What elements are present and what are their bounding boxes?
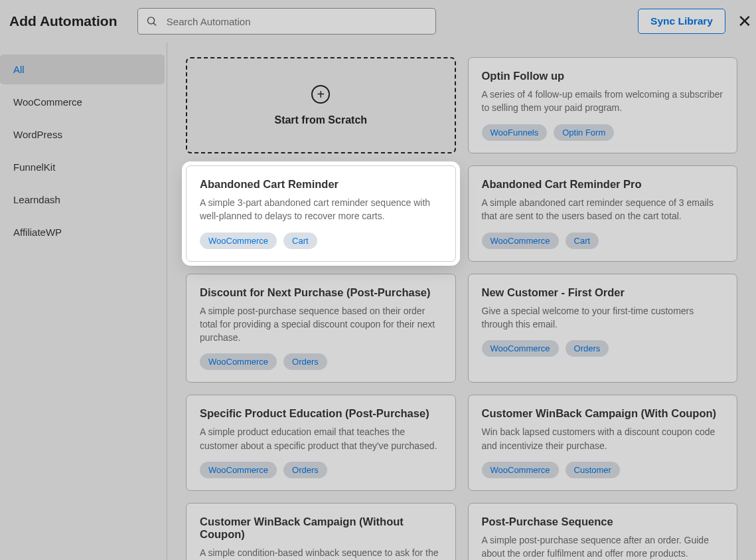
card-description: A simple condition-based winback sequenc… <box>200 546 442 560</box>
automation-card[interactable]: Discount for Next Purchase (Post-Purchas… <box>186 274 456 383</box>
tag: Orders <box>283 462 327 478</box>
sidebar-item-learndash[interactable]: Learndash <box>0 185 165 215</box>
tag: Customer <box>566 462 620 478</box>
card-title: Optin Follow up <box>482 70 724 82</box>
card-description: A simple post-purchase sequence based on… <box>200 304 442 345</box>
card-tags: WooCommerceOrders <box>200 462 442 478</box>
card-title: Abandoned Cart Reminder Pro <box>482 178 724 191</box>
tag: WooFunnels <box>482 124 548 141</box>
header: Add Automation Sync Library ✕ <box>0 0 756 43</box>
automation-card[interactable]: Abandoned Cart ReminderA simple 3-part a… <box>186 165 456 262</box>
tag: WooCommerce <box>200 462 277 478</box>
search-container[interactable] <box>137 8 436 35</box>
sidebar-item-woocommerce[interactable]: WooCommerce <box>0 87 165 117</box>
tag: WooCommerce <box>482 233 559 249</box>
card-tags: WooCommerceCart <box>482 233 724 249</box>
page-title: Add Automation <box>9 13 117 29</box>
automation-card[interactable]: Specific Product Education (Post-Purchas… <box>186 395 456 491</box>
card-description: A simple abandoned cart reminder sequenc… <box>482 196 724 223</box>
plus-icon: + <box>311 85 330 104</box>
card-description: Win back lapsed customers with a discoun… <box>482 425 724 452</box>
card-description: A series of 4 follow-up emails from welc… <box>482 88 724 115</box>
card-title: Specific Product Education (Post-Purchas… <box>200 407 442 420</box>
svg-point-0 <box>147 17 154 24</box>
tag: WooCommerce <box>200 353 277 370</box>
scratch-label: Start from Scratch <box>274 114 367 126</box>
card-title: New Customer - First Order <box>482 286 724 299</box>
sync-library-button[interactable]: Sync Library <box>638 9 725 34</box>
start-from-scratch-card[interactable]: + Start from Scratch <box>186 57 456 153</box>
automation-card[interactable]: Customer WinBack Campaign (Without Coupo… <box>186 503 456 560</box>
tag: Cart <box>283 233 317 249</box>
sidebar-item-all[interactable]: All <box>0 54 165 84</box>
card-tags: WooCommerceCustomer <box>482 462 724 478</box>
card-tags: WooCommerceOrders <box>482 340 724 357</box>
automation-card[interactable]: Abandoned Cart Reminder ProA simple aban… <box>468 165 738 262</box>
main-content: + Start from Scratch Optin Follow upA se… <box>167 43 756 560</box>
search-input[interactable] <box>157 16 427 27</box>
card-tags: WooFunnelsOptin Form <box>482 124 724 141</box>
card-title: Customer WinBack Campaign (Without Coupo… <box>200 515 442 541</box>
search-icon <box>146 15 157 27</box>
automation-card[interactable]: Optin Follow upA series of 4 follow-up e… <box>468 57 738 153</box>
sidebar: AllWooCommerceWordPressFunnelKitLearndas… <box>0 43 167 560</box>
tag: Orders <box>283 353 327 370</box>
card-title: Discount for Next Purchase (Post-Purchas… <box>200 286 442 299</box>
tag: WooCommerce <box>200 233 277 249</box>
card-description: Give a special welcome to your first-tim… <box>482 304 724 331</box>
tag: WooCommerce <box>482 462 559 478</box>
card-title: Abandoned Cart Reminder <box>200 178 442 191</box>
automation-card[interactable]: Post-Purchase SequenceA simple post-purc… <box>468 503 738 560</box>
tag: Optin Form <box>554 124 614 141</box>
svg-line-1 <box>153 23 156 26</box>
card-title: Customer WinBack Campaign (With Coupon) <box>482 407 724 420</box>
card-description: A simple 3-part abandoned cart reminder … <box>200 196 442 223</box>
card-description: A simple product education email that te… <box>200 425 442 452</box>
tag: Orders <box>566 340 609 357</box>
tag: WooCommerce <box>482 340 559 357</box>
card-title: Post-Purchase Sequence <box>482 515 724 528</box>
automation-card[interactable]: New Customer - First OrderGive a special… <box>468 274 738 383</box>
tag: Cart <box>566 233 599 249</box>
automation-card[interactable]: Customer WinBack Campaign (With Coupon)W… <box>468 395 738 491</box>
card-tags: WooCommerceOrders <box>200 353 442 370</box>
card-tags: WooCommerceCart <box>200 233 442 249</box>
close-icon[interactable]: ✕ <box>737 11 752 32</box>
sidebar-item-affiliatewp[interactable]: AffiliateWP <box>0 217 165 247</box>
sidebar-item-funnelkit[interactable]: FunnelKit <box>0 152 165 182</box>
card-description: A simple post-purchase sequence after an… <box>482 533 724 560</box>
sidebar-item-wordpress[interactable]: WordPress <box>0 120 165 149</box>
